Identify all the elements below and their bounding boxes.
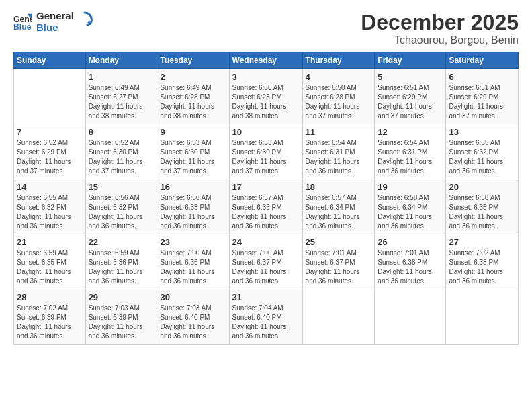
calendar-week-row: 7Sunrise: 6:52 AM Sunset: 6:29 PM Daylig… [14, 124, 519, 179]
day-number: 12 [378, 127, 443, 137]
day-number: 25 [306, 237, 372, 247]
day-number: 30 [160, 292, 226, 302]
calendar-cell: 16Sunrise: 6:56 AM Sunset: 6:33 PM Dayli… [157, 179, 229, 234]
day-info: Sunrise: 6:49 AM Sunset: 6:27 PM Dayligh… [89, 83, 154, 121]
day-number: 26 [378, 237, 443, 247]
calendar-cell: 24Sunrise: 7:00 AM Sunset: 6:37 PM Dayli… [229, 234, 302, 289]
day-number: 3 [232, 72, 300, 82]
calendar-cell: 26Sunrise: 7:01 AM Sunset: 6:38 PM Dayli… [375, 234, 446, 289]
calendar-cell: 27Sunrise: 7:02 AM Sunset: 6:38 PM Dayli… [446, 234, 519, 289]
day-info: Sunrise: 7:02 AM Sunset: 6:38 PM Dayligh… [449, 248, 515, 286]
calendar-cell: 22Sunrise: 6:59 AM Sunset: 6:36 PM Dayli… [85, 234, 157, 289]
day-info: Sunrise: 6:59 AM Sunset: 6:35 PM Dayligh… [17, 248, 83, 286]
calendar-cell: 7Sunrise: 6:52 AM Sunset: 6:29 PM Daylig… [14, 124, 86, 179]
day-info: Sunrise: 6:53 AM Sunset: 6:30 PM Dayligh… [160, 138, 226, 176]
calendar-cell: 8Sunrise: 6:52 AM Sunset: 6:30 PM Daylig… [85, 124, 157, 179]
svg-text:Blue: Blue [13, 22, 32, 32]
day-number: 24 [232, 237, 300, 247]
day-info: Sunrise: 6:50 AM Sunset: 6:28 PM Dayligh… [306, 83, 372, 121]
day-info: Sunrise: 7:03 AM Sunset: 6:39 PM Dayligh… [89, 304, 154, 341]
calendar-cell: 29Sunrise: 7:03 AM Sunset: 6:39 PM Dayli… [85, 289, 157, 345]
title-block: December 2025 Tchaourou, Borgou, Benin [361, 11, 519, 46]
day-info: Sunrise: 6:55 AM Sunset: 6:32 PM Dayligh… [17, 193, 83, 231]
day-info: Sunrise: 6:58 AM Sunset: 6:34 PM Dayligh… [378, 193, 443, 231]
calendar-cell: 20Sunrise: 6:58 AM Sunset: 6:35 PM Dayli… [446, 179, 519, 234]
calendar-cell: 13Sunrise: 6:55 AM Sunset: 6:32 PM Dayli… [446, 124, 519, 179]
day-number: 13 [449, 127, 515, 137]
calendar-cell: 30Sunrise: 7:03 AM Sunset: 6:40 PM Dayli… [157, 289, 229, 345]
calendar-day-header: Wednesday [229, 52, 302, 69]
day-number: 14 [17, 182, 83, 192]
header: General Blue General Blue December 2025 … [13, 11, 519, 46]
calendar-day-header: Thursday [302, 52, 375, 69]
day-info: Sunrise: 6:51 AM Sunset: 6:29 PM Dayligh… [378, 83, 443, 121]
calendar-cell: 2Sunrise: 6:49 AM Sunset: 6:28 PM Daylig… [157, 69, 229, 124]
day-number: 17 [232, 182, 300, 192]
day-number: 4 [306, 72, 372, 82]
day-info: Sunrise: 6:56 AM Sunset: 6:33 PM Dayligh… [160, 193, 226, 231]
calendar-cell [14, 69, 86, 124]
calendar-day-header: Tuesday [157, 52, 229, 69]
calendar-cell: 6Sunrise: 6:51 AM Sunset: 6:29 PM Daylig… [446, 69, 519, 124]
day-number: 11 [306, 127, 372, 137]
day-info: Sunrise: 6:56 AM Sunset: 6:32 PM Dayligh… [89, 193, 154, 231]
calendar-week-row: 28Sunrise: 7:02 AM Sunset: 6:39 PM Dayli… [14, 289, 519, 345]
day-info: Sunrise: 7:03 AM Sunset: 6:40 PM Dayligh… [160, 304, 226, 341]
calendar-day-header: Monday [85, 52, 157, 69]
day-number: 1 [89, 72, 154, 82]
logo: General Blue General Blue [13, 11, 93, 33]
calendar-cell: 11Sunrise: 6:54 AM Sunset: 6:31 PM Dayli… [302, 124, 375, 179]
day-info: Sunrise: 7:00 AM Sunset: 6:37 PM Dayligh… [232, 248, 300, 286]
day-info: Sunrise: 6:57 AM Sunset: 6:33 PM Dayligh… [232, 193, 300, 231]
day-number: 8 [89, 127, 154, 137]
logo-blue: Blue [36, 22, 74, 34]
calendar-cell: 4Sunrise: 6:50 AM Sunset: 6:28 PM Daylig… [302, 69, 375, 124]
calendar-cell: 9Sunrise: 6:53 AM Sunset: 6:30 PM Daylig… [157, 124, 229, 179]
main-container: General Blue General Blue December 2025 … [0, 0, 532, 351]
logo-general: General [36, 11, 74, 22]
day-info: Sunrise: 6:55 AM Sunset: 6:32 PM Dayligh… [449, 138, 515, 176]
calendar-week-row: 1Sunrise: 6:49 AM Sunset: 6:27 PM Daylig… [14, 69, 519, 124]
day-info: Sunrise: 6:53 AM Sunset: 6:30 PM Dayligh… [232, 138, 300, 176]
calendar-cell: 28Sunrise: 7:02 AM Sunset: 6:39 PM Dayli… [14, 289, 86, 345]
calendar-cell: 23Sunrise: 7:00 AM Sunset: 6:36 PM Dayli… [157, 234, 229, 289]
day-number: 29 [89, 292, 154, 302]
calendar-cell: 5Sunrise: 6:51 AM Sunset: 6:29 PM Daylig… [375, 69, 446, 124]
day-number: 20 [449, 182, 515, 192]
day-number: 28 [17, 292, 83, 302]
calendar-cell: 14Sunrise: 6:55 AM Sunset: 6:32 PM Dayli… [14, 179, 86, 234]
calendar-header-row: SundayMondayTuesdayWednesdayThursdayFrid… [14, 52, 519, 69]
calendar-week-row: 14Sunrise: 6:55 AM Sunset: 6:32 PM Dayli… [14, 179, 519, 234]
location-subtitle: Tchaourou, Borgou, Benin [361, 34, 519, 46]
day-number: 18 [306, 182, 372, 192]
day-number: 27 [449, 237, 515, 247]
day-number: 19 [378, 182, 443, 192]
day-number: 9 [160, 127, 226, 137]
day-number: 10 [232, 127, 300, 137]
day-info: Sunrise: 6:50 AM Sunset: 6:28 PM Dayligh… [232, 83, 300, 121]
logo-icon: General Blue [13, 13, 32, 32]
day-info: Sunrise: 6:52 AM Sunset: 6:29 PM Dayligh… [17, 138, 83, 176]
day-info: Sunrise: 7:02 AM Sunset: 6:39 PM Dayligh… [17, 304, 83, 341]
calendar-cell: 21Sunrise: 6:59 AM Sunset: 6:35 PM Dayli… [14, 234, 86, 289]
day-number: 16 [160, 182, 226, 192]
calendar-day-header: Sunday [14, 52, 86, 69]
day-number: 2 [160, 72, 226, 82]
calendar-cell: 12Sunrise: 6:54 AM Sunset: 6:31 PM Dayli… [375, 124, 446, 179]
calendar-day-header: Friday [375, 52, 446, 69]
day-number: 23 [160, 237, 226, 247]
day-info: Sunrise: 6:57 AM Sunset: 6:34 PM Dayligh… [306, 193, 372, 231]
calendar-cell [375, 289, 446, 345]
day-info: Sunrise: 7:04 AM Sunset: 6:40 PM Dayligh… [232, 304, 300, 341]
calendar-cell [302, 289, 375, 345]
day-number: 6 [449, 72, 515, 82]
calendar-day-header: Saturday [446, 52, 519, 69]
day-info: Sunrise: 7:01 AM Sunset: 6:38 PM Dayligh… [378, 248, 443, 286]
calendar-cell: 3Sunrise: 6:50 AM Sunset: 6:28 PM Daylig… [229, 69, 302, 124]
day-number: 7 [17, 127, 83, 137]
calendar-cell: 31Sunrise: 7:04 AM Sunset: 6:40 PM Dayli… [229, 289, 302, 345]
logo-swoosh-icon [78, 11, 93, 26]
calendar-cell [446, 289, 519, 345]
day-info: Sunrise: 7:01 AM Sunset: 6:37 PM Dayligh… [306, 248, 372, 286]
calendar-cell: 25Sunrise: 7:01 AM Sunset: 6:37 PM Dayli… [302, 234, 375, 289]
